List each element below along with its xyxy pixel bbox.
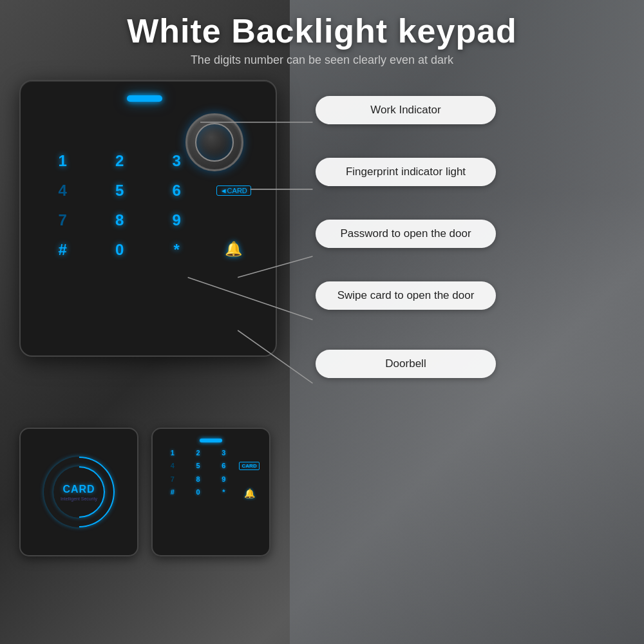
small-key-empty-2: [239, 475, 260, 483]
left-panel: 1 2 3 4 5 6 ◄CARD 7 8 9: [19, 80, 296, 412]
small-key-8[interactable]: 8: [188, 475, 209, 483]
key-hash[interactable]: #: [40, 241, 86, 259]
small-key-3[interactable]: 3: [214, 449, 234, 457]
small-key-star[interactable]: *: [214, 488, 234, 498]
key-1[interactable]: 1: [40, 152, 86, 170]
fingerprint-scanner: [185, 113, 243, 171]
key-6[interactable]: 6: [154, 182, 200, 200]
fingerprint-label-item: Fingerprint indicator light: [316, 158, 625, 186]
small-key-2[interactable]: 2: [188, 449, 209, 457]
page-container: White Backlight keypad The digits number…: [0, 0, 644, 644]
small-keypad-device: 1 2 3 4 5 6 CARD 7 8 9 # 0 * 🔔: [151, 428, 270, 556]
key-7[interactable]: 7: [40, 211, 86, 229]
swipe-card-label: Swipe card to open the door: [316, 281, 496, 310]
bell-icon[interactable]: 🔔: [211, 241, 257, 259]
key-4[interactable]: 4: [40, 182, 86, 200]
card-sublabel: Intelligent Security: [61, 497, 97, 501]
key-card[interactable]: ◄CARD: [211, 182, 257, 200]
small-key-empty-1: [239, 449, 260, 457]
keypad-device: 1 2 3 4 5 6 ◄CARD 7 8 9: [19, 80, 277, 357]
small-key-0[interactable]: 0: [188, 488, 209, 498]
work-indicator-label: Work Indicator: [316, 96, 496, 124]
card-text-center: CARD Intelligent Security: [61, 484, 97, 501]
password-label: Password to open the door: [316, 220, 496, 248]
small-keypad-grid: 1 2 3 4 5 6 CARD 7 8 9 # 0 * 🔔: [162, 449, 260, 498]
card-icon: ◄CARD: [216, 185, 251, 196]
fingerprint-inner: [195, 123, 234, 162]
page-title: White Backlight keypad: [19, 13, 625, 50]
key-8[interactable]: 8: [97, 211, 143, 229]
small-key-7[interactable]: 7: [162, 475, 183, 483]
header-section: White Backlight keypad The digits number…: [19, 13, 625, 67]
right-panel: Work Indicator Fingerprint indicator lig…: [316, 80, 625, 412]
key-5[interactable]: 5: [97, 182, 143, 200]
key-empty-2: [211, 211, 257, 229]
bottom-section: CARD Intelligent Security 1 2 3 4 5 6 CA…: [19, 428, 625, 556]
small-key-5[interactable]: 5: [188, 462, 209, 470]
small-key-9[interactable]: 9: [214, 475, 234, 483]
small-key-card[interactable]: CARD: [239, 462, 260, 470]
small-key-4[interactable]: 4: [162, 462, 183, 470]
small-key-1[interactable]: 1: [162, 449, 183, 457]
swipe-card-label-item: Swipe card to open the door: [316, 281, 625, 310]
page-subtitle: The digits number can be seen clearly ev…: [19, 53, 625, 67]
small-key-bell[interactable]: 🔔: [239, 488, 260, 498]
key-9[interactable]: 9: [154, 211, 200, 229]
work-indicator-label-item: Work Indicator: [316, 96, 625, 124]
card-reader-device: CARD Intelligent Security: [19, 428, 138, 556]
doorbell-label: Doorbell: [316, 350, 496, 378]
work-indicator-led: [127, 95, 162, 102]
fingerprint-label: Fingerprint indicator light: [316, 158, 496, 186]
small-key-6[interactable]: 6: [214, 462, 234, 470]
doorbell-label-item: Doorbell: [316, 350, 625, 378]
password-label-item: Password to open the door: [316, 220, 625, 248]
card-main-label: CARD: [61, 484, 97, 495]
card-logo-circle: CARD Intelligent Security: [44, 457, 115, 527]
key-0[interactable]: 0: [97, 241, 143, 259]
small-led: [200, 439, 222, 442]
diagram-section: 1 2 3 4 5 6 ◄CARD 7 8 9: [19, 80, 625, 412]
key-2[interactable]: 2: [97, 152, 143, 170]
small-key-hash[interactable]: #: [162, 488, 183, 498]
key-star[interactable]: *: [154, 241, 200, 259]
